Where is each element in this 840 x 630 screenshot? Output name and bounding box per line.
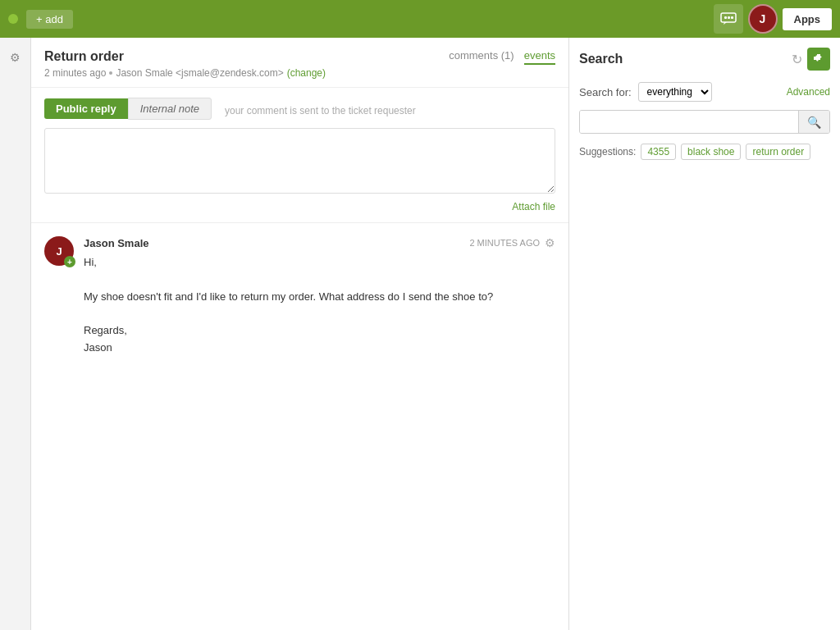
message-body: Jason Smale 2 MINUTES AGO ⚙ Hi, My shoe …: [84, 236, 555, 357]
message-avatar: J +: [44, 236, 74, 266]
message-header: Jason Smale 2 MINUTES AGO ⚙: [84, 236, 555, 249]
ticket-info: Return order 2 minutes ago Jason Smale <…: [44, 49, 326, 79]
advanced-link[interactable]: Advanced: [787, 86, 830, 98]
ticket-actions: comments (1) events: [449, 49, 555, 65]
messages-list: J + Jason Smale 2 MINUTES AGO ⚙ Hi,: [31, 223, 568, 383]
reply-tabs: Public reply Internal note your comment …: [44, 98, 555, 120]
svg-rect-4: [731, 16, 733, 19]
internal-label-suffix: note: [176, 103, 199, 115]
search-button[interactable]: 🔍: [798, 111, 829, 133]
attach-file-link[interactable]: Attach file: [512, 201, 555, 212]
search-for-label: Search for:: [579, 86, 632, 98]
puzzle-icon[interactable]: [807, 48, 830, 71]
suggestions-label: Suggestions:: [579, 146, 636, 158]
public-reply-tab[interactable]: Public reply: [44, 98, 128, 119]
suggestion-tag-return-order[interactable]: return order: [746, 144, 810, 160]
apps-button-label: Apps: [794, 13, 821, 25]
main-layout: ⚙ Return order 2 minutes ago Jason Smale…: [0, 38, 840, 630]
internal-note-tab[interactable]: Internal note: [128, 98, 212, 120]
comments-link[interactable]: comments (1): [449, 49, 514, 65]
refresh-icon[interactable]: ↻: [792, 52, 802, 67]
reply-area: Public reply Internal note your comment …: [31, 88, 568, 223]
topbar: + add J Apps: [0, 0, 840, 38]
ticket-time: 2 minutes ago: [44, 67, 106, 79]
search-input-row: 🔍: [579, 110, 830, 134]
reply-hint: your comment is sent to the ticket reque…: [212, 101, 416, 116]
meta-dot: [109, 71, 112, 75]
search-filter-select[interactable]: everything: [638, 82, 712, 102]
change-link[interactable]: (change): [287, 67, 326, 79]
message-text: Hi, My shoe doesn't fit and I'd like to …: [84, 254, 555, 357]
apps-button[interactable]: Apps: [783, 8, 833, 30]
left-sidebar: ⚙: [0, 38, 31, 630]
message-item: J + Jason Smale 2 MINUTES AGO ⚙ Hi,: [44, 236, 555, 357]
events-link[interactable]: events: [524, 49, 555, 65]
ticket-header: Return order 2 minutes ago Jason Smale <…: [31, 38, 568, 88]
message-time: 2 MINUTES AGO ⚙: [469, 236, 555, 249]
message-author: Jason Smale: [84, 237, 149, 249]
search-input[interactable]: [580, 111, 798, 133]
right-panel: Search ↻ Search for: everything Advanced…: [569, 38, 840, 630]
public-reply-label: Public reply: [56, 103, 116, 115]
topbar-left: + add: [8, 10, 73, 29]
search-panel-title: Search: [579, 52, 623, 66]
plus-badge: +: [64, 256, 75, 267]
add-button[interactable]: + add: [26, 10, 73, 29]
settings-icon[interactable]: ⚙: [4, 46, 27, 69]
chat-icon-button[interactable]: [714, 4, 743, 34]
ticket-author: Jason Smale <jsmale@zendesk.com>: [116, 67, 283, 79]
user-avatar[interactable]: J: [748, 4, 778, 34]
message-timestamp: 2 MINUTES AGO: [469, 238, 540, 248]
svg-rect-3: [728, 16, 730, 19]
attach-file-row: Attach file: [44, 201, 555, 212]
reply-textarea[interactable]: [44, 128, 555, 194]
add-button-label: + add: [36, 13, 63, 25]
status-dot: [8, 14, 18, 24]
message-gear-icon[interactable]: ⚙: [545, 236, 555, 249]
topbar-right: J Apps: [714, 4, 833, 34]
svg-rect-2: [724, 16, 727, 19]
content-area: Return order 2 minutes ago Jason Smale <…: [31, 38, 569, 630]
suggestion-tag-4355[interactable]: 4355: [641, 144, 676, 160]
search-panel-header: Search ↻: [579, 48, 830, 71]
suggestion-tag-black-shoe[interactable]: black shoe: [681, 144, 741, 160]
search-for-row: Search for: everything Advanced: [579, 82, 830, 102]
ticket-title: Return order: [44, 49, 326, 64]
ticket-meta: 2 minutes ago Jason Smale <jsmale@zendes…: [44, 67, 326, 79]
suggestions-row: Suggestions: 4355 black shoe return orde…: [579, 144, 830, 160]
internal-label-prefix: Internal: [140, 103, 176, 115]
